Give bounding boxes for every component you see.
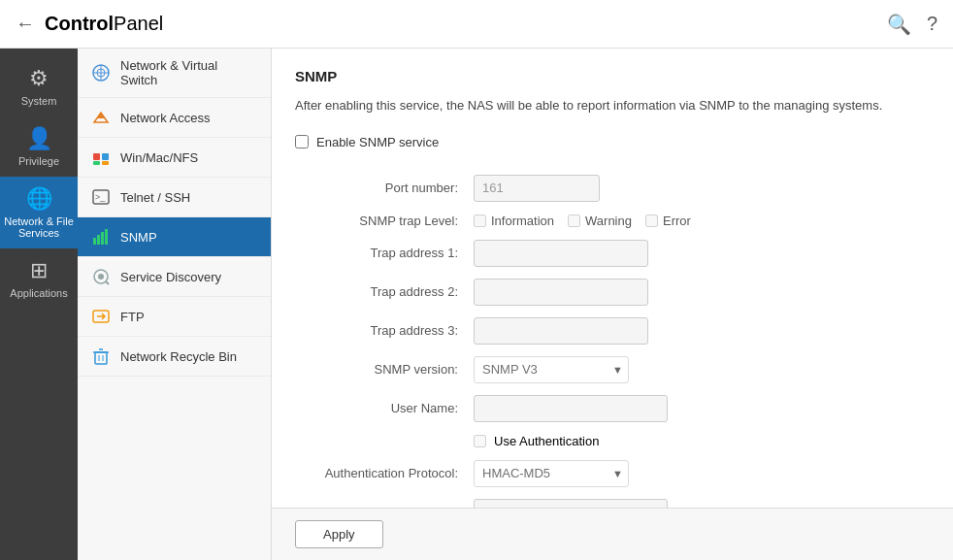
section-desc: After enabling this service, the NAS wil… <box>295 96 930 115</box>
win-mac-nfs-icon <box>91 148 111 167</box>
trap-error-label: Error <box>663 214 691 228</box>
applications-icon: ⊞ <box>30 258 48 283</box>
svg-point-15 <box>98 274 104 280</box>
trap-address-3-input[interactable] <box>474 317 648 345</box>
nav-label: FTP <box>120 310 145 324</box>
trap-address-1-row: Trap address 1: <box>295 234 930 273</box>
sidebar-item-privilege[interactable]: 👤 Privilege <box>0 116 78 177</box>
trap-level-warning[interactable]: Warning <box>568 214 632 228</box>
enable-snmp-row: Enable SNMP service <box>295 135 930 149</box>
svg-rect-4 <box>93 153 100 160</box>
sidebar: ⚙ System 👤 Privilege 🌐 Network & File Se… <box>0 49 78 560</box>
trap-warning-label: Warning <box>585 214 632 228</box>
nav-label: Telnet / SSH <box>120 190 190 205</box>
nav-item-telnet-ssh[interactable]: >_ Telnet / SSH <box>78 178 271 217</box>
sidebar-item-applications[interactable]: ⊞ Applications <box>0 248 78 309</box>
sidebar-item-label: System <box>21 95 57 107</box>
trap-level-information[interactable]: Information <box>474 214 554 228</box>
trap-level-options: Information Warning Error <box>474 214 926 228</box>
privilege-icon: 👤 <box>26 126 52 151</box>
svg-rect-11 <box>97 235 100 245</box>
svg-rect-6 <box>93 161 100 165</box>
user-name-input[interactable] <box>474 395 668 422</box>
apply-button[interactable]: Apply <box>295 520 383 548</box>
snmp-version-select[interactable]: SNMP V1 SNMP V2 SNMP V3 <box>474 356 629 383</box>
help-icon[interactable]: ? <box>927 13 937 36</box>
network-icon: 🌐 <box>26 186 52 212</box>
apply-row: Apply <box>272 508 953 560</box>
nav-item-win-mac-nfs[interactable]: Win/Mac/NFS <box>78 138 271 178</box>
svg-rect-12 <box>101 232 104 245</box>
trap-address-2-row: Trap address 2: <box>295 273 930 312</box>
nav-item-ftp[interactable]: FTP <box>78 297 271 337</box>
nav-label: Network & Virtual Switch <box>120 58 257 87</box>
use-auth-checkbox[interactable] <box>474 435 486 447</box>
snmp-trap-level-label: SNMP trap Level: <box>295 208 470 234</box>
trap-level-error[interactable]: Error <box>645 214 691 228</box>
trap-information-checkbox[interactable] <box>474 214 486 227</box>
snmp-version-label: SNMP version: <box>295 350 470 389</box>
sidebar-item-network-file-services[interactable]: 🌐 Network & File Services <box>0 177 78 248</box>
use-auth-row: Use Authentication <box>470 428 930 454</box>
trap-address-2-input[interactable] <box>474 279 648 306</box>
sidebar-item-label: Network & File Services <box>4 215 74 239</box>
nav-item-network-recycle-bin[interactable]: Network Recycle Bin <box>78 337 271 377</box>
sidebar-item-label: Privilege <box>18 155 59 167</box>
port-number-input[interactable] <box>474 175 600 202</box>
port-number-label: Port number: <box>295 169 470 208</box>
svg-text:>_: >_ <box>95 192 106 202</box>
app-title: ControlPanel <box>45 13 163 35</box>
network-access-icon <box>91 108 111 127</box>
nav-item-service-discovery[interactable]: Service Discovery <box>78 257 271 297</box>
auth-protocol-row: Authentication Protocol: HMAC-MD5 HMAC-S… <box>295 454 930 493</box>
ftp-icon <box>91 307 111 326</box>
snmp-version-row: SNMP version: SNMP V1 SNMP V2 SNMP V3 ▼ <box>295 350 930 389</box>
network-virtual-switch-icon <box>91 63 111 82</box>
user-name-row: User Name: <box>295 389 930 428</box>
svg-rect-5 <box>102 153 109 160</box>
nav-item-network-access[interactable]: Network Access <box>78 98 271 138</box>
telnet-ssh-icon: >_ <box>91 187 111 207</box>
snmp-form-table: Port number: SNMP trap Level: Informatio… <box>295 169 930 428</box>
main-content: SNMP After enabling this service, the NA… <box>272 49 953 560</box>
svg-rect-7 <box>102 161 109 165</box>
use-auth-label[interactable]: Use Authentication <box>494 434 599 448</box>
auth-protocol-select[interactable]: HMAC-MD5 HMAC-SHA <box>474 460 629 487</box>
snmp-trap-level-row: SNMP trap Level: Information Warning <box>295 208 930 234</box>
snmp-icon <box>91 227 111 247</box>
nav-panel: Network & Virtual Switch Network Access … <box>78 49 272 560</box>
trap-address-3-label: Trap address 3: <box>295 312 470 350</box>
nav-item-network-virtual-switch[interactable]: Network & Virtual Switch <box>78 49 271 98</box>
nav-item-snmp[interactable]: SNMP <box>78 217 271 257</box>
trap-address-2-label: Trap address 2: <box>295 273 470 312</box>
svg-rect-18 <box>95 352 107 364</box>
title-bar: ← ControlPanel 🔍 ? <box>0 0 953 49</box>
trap-warning-checkbox[interactable] <box>568 214 580 227</box>
search-icon[interactable]: 🔍 <box>887 13 911 36</box>
auth-protocol-wrapper: HMAC-MD5 HMAC-SHA ▼ <box>474 460 629 487</box>
service-discovery-icon <box>91 267 111 286</box>
nav-label: SNMP <box>120 230 157 245</box>
nav-label: Network Access <box>120 111 210 125</box>
nav-label: Network Recycle Bin <box>120 349 237 364</box>
trap-address-3-row: Trap address 3: <box>295 312 930 350</box>
trap-address-1-input[interactable] <box>474 240 648 267</box>
back-button[interactable]: ← <box>16 13 35 35</box>
nav-label: Win/Mac/NFS <box>120 150 198 165</box>
sidebar-item-system[interactable]: ⚙ System <box>0 56 78 116</box>
trap-information-label: Information <box>491 214 554 228</box>
auth-protocol-label: Authentication Protocol: <box>295 454 470 493</box>
network-recycle-bin-icon <box>91 346 111 366</box>
svg-line-16 <box>106 281 109 284</box>
user-name-label: User Name: <box>295 389 470 428</box>
sidebar-item-label: Applications <box>10 287 67 299</box>
port-number-row: Port number: <box>295 169 930 208</box>
trap-error-checkbox[interactable] <box>645 214 658 227</box>
section-title: SNMP <box>295 68 930 84</box>
enable-snmp-checkbox[interactable] <box>295 135 309 148</box>
system-icon: ⚙ <box>29 66 49 91</box>
enable-snmp-label[interactable]: Enable SNMP service <box>316 135 439 149</box>
nav-label: Service Discovery <box>120 270 221 284</box>
trap-address-1-label: Trap address 1: <box>295 234 470 273</box>
svg-rect-10 <box>93 238 96 245</box>
